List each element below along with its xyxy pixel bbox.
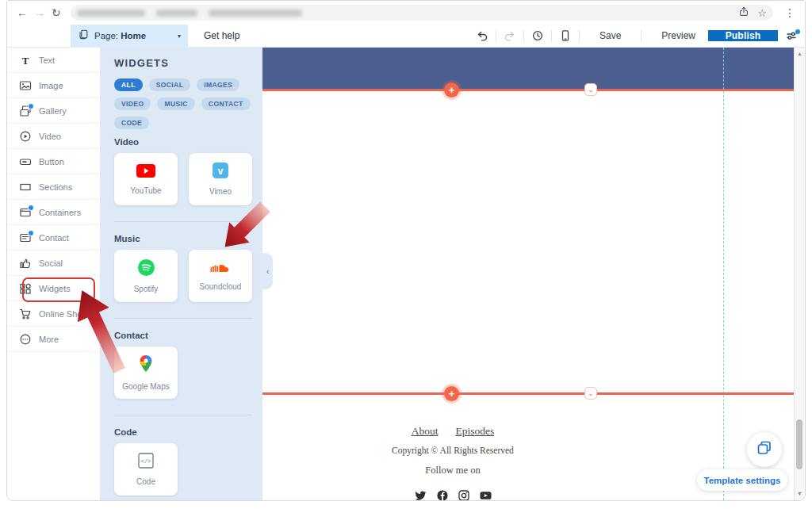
widgets-grid-icon — [19, 282, 32, 295]
widget-card-vimeo[interactable]: v Vimeo — [189, 153, 252, 205]
button-icon — [19, 155, 32, 168]
publish-button[interactable]: Publish — [708, 30, 778, 41]
section-title-video: Video — [114, 137, 252, 147]
sidebar-item-button[interactable]: Button — [7, 149, 100, 174]
undo-icon[interactable] — [476, 29, 488, 42]
page-selector[interactable]: Page: Home ▾ — [71, 25, 188, 47]
sidebar-item-more[interactable]: More — [7, 327, 100, 352]
get-help-link[interactable]: Get help — [204, 30, 239, 41]
browser-chrome: ← → ↻ ☆ ⋮ — [7, 1, 805, 25]
scroll-up-arrow[interactable]: ▲ — [795, 49, 805, 59]
sidebar-item-image[interactable]: Image — [7, 73, 100, 98]
share-icon[interactable] — [738, 6, 749, 20]
section-title-code: Code — [114, 427, 252, 437]
canvas-scrollbar[interactable]: ▲ ▼ — [794, 48, 805, 500]
site-header-section[interactable] — [262, 48, 795, 89]
add-section-button[interactable]: + — [444, 82, 459, 98]
filter-code[interactable]: CODE — [114, 117, 149, 129]
section-title-contact: Contact — [114, 331, 252, 340]
editor-body: T Text Image Gallery Video Button — [7, 48, 805, 500]
filter-video[interactable]: VIDEO — [114, 98, 151, 110]
sidebar-item-gallery[interactable]: Gallery — [7, 98, 100, 124]
address-bar[interactable]: ☆ — [71, 5, 773, 21]
toolbar-separator — [551, 30, 552, 42]
toolbar-separator — [641, 30, 642, 42]
add-section-button[interactable]: + — [444, 386, 459, 401]
chevron-down-icon: ▾ — [178, 33, 181, 40]
widget-card-google-maps[interactable]: Google Maps — [114, 346, 178, 399]
filter-contact[interactable]: CONTACT — [201, 98, 251, 110]
widget-card-label: Google Maps — [122, 382, 169, 391]
filter-all[interactable]: ALL — [114, 78, 143, 91]
redo-icon[interactable] — [504, 29, 516, 42]
svg-text:v: v — [218, 166, 224, 177]
thumbs-up-icon — [19, 257, 32, 270]
sidebar-item-video[interactable]: Video — [7, 124, 100, 149]
footer-link-about[interactable]: About — [412, 425, 439, 438]
section-options-handle[interactable]: ⌄ — [585, 84, 596, 95]
browser-menu-icon[interactable]: ⋮ — [784, 7, 795, 18]
panel-divider — [114, 318, 252, 319]
sidebar-item-sections[interactable]: Sections — [7, 174, 100, 200]
reload-icon[interactable]: ↻ — [52, 7, 61, 18]
bookmark-star-icon[interactable]: ☆ — [757, 8, 767, 18]
twitter-icon[interactable] — [415, 490, 427, 500]
site-canvas: + ⌄ + ⌄ About Episodes Copyright © All R… — [262, 48, 795, 500]
new-badge-dot — [28, 230, 34, 236]
sidebar-item-label: Video — [39, 132, 61, 141]
filter-social[interactable]: SOCIAL — [149, 78, 191, 91]
panel-collapse-tab[interactable]: ‹ — [262, 253, 273, 289]
element-sidebar: T Text Image Gallery Video Button — [7, 48, 101, 500]
blurred-url-text — [209, 10, 302, 17]
swatches-icon — [756, 439, 773, 460]
text-icon: T — [19, 54, 32, 67]
mobile-preview-icon[interactable] — [559, 29, 572, 42]
sidebar-item-label: Text — [39, 55, 55, 65]
cart-icon — [19, 308, 32, 320]
section-boundary-line — [262, 89, 795, 91]
settings-sliders-icon[interactable] — [778, 25, 805, 47]
more-icon — [19, 333, 32, 346]
spotify-icon — [138, 259, 155, 279]
save-button[interactable]: Save — [599, 30, 621, 41]
widget-card-label: Soundcloud — [200, 282, 242, 291]
template-settings-button[interactable]: Template settings — [697, 469, 787, 491]
sidebar-item-widgets[interactable]: Widgets — [7, 276, 100, 301]
sidebar-item-label: Online Shop — [39, 309, 87, 319]
section-options-handle[interactable]: ⌄ — [585, 388, 596, 399]
panel-divider — [114, 221, 252, 222]
scrollbar-thumb[interactable] — [796, 419, 802, 469]
sections-icon — [19, 181, 32, 193]
widget-card-code[interactable]: </> Code — [114, 443, 178, 496]
design-settings-fab[interactable] — [747, 432, 782, 467]
sidebar-item-online-shop[interactable]: Online Shop — [7, 301, 100, 327]
sidebar-item-label: Containers — [39, 208, 81, 217]
section-boundary-line — [262, 392, 795, 395]
widget-card-label: YouTube — [130, 186, 161, 195]
page-label: Page: — [94, 31, 118, 40]
filter-images[interactable]: IMAGES — [197, 78, 239, 91]
widget-card-soundcloud[interactable]: Soundcloud — [189, 250, 252, 302]
youtube-social-icon[interactable] — [480, 490, 492, 500]
widget-card-youtube[interactable]: YouTube — [114, 153, 178, 205]
copyright-text: Copyright © All Rights Reserved — [262, 446, 643, 455]
widgets-panel: WIDGETS ALL SOCIAL IMAGES VIDEO MUSIC CO… — [100, 48, 262, 500]
sidebar-item-label: Button — [39, 157, 64, 166]
scroll-down-arrow[interactable]: ▼ — [795, 489, 805, 499]
sidebar-item-contact[interactable]: Contact — [7, 225, 100, 251]
sidebar-item-containers[interactable]: Containers — [7, 200, 100, 225]
widget-card-spotify[interactable]: Spotify — [114, 250, 178, 302]
footer-link-episodes[interactable]: Episodes — [456, 425, 495, 438]
sidebar-item-social[interactable]: Social — [7, 251, 100, 276]
toolbar-separator — [496, 30, 496, 42]
history-icon[interactable] — [531, 29, 544, 42]
back-icon[interactable]: ← — [17, 7, 28, 18]
instagram-icon[interactable] — [458, 490, 469, 500]
sidebar-item-text[interactable]: T Text — [7, 48, 100, 73]
filter-music[interactable]: MUSIC — [157, 98, 194, 110]
toolbar-separator — [579, 30, 580, 42]
facebook-icon[interactable] — [437, 490, 448, 500]
sidebar-item-label: Widgets — [39, 284, 71, 293]
preview-button[interactable]: Preview — [661, 30, 695, 41]
forward-icon[interactable]: → — [34, 7, 45, 18]
